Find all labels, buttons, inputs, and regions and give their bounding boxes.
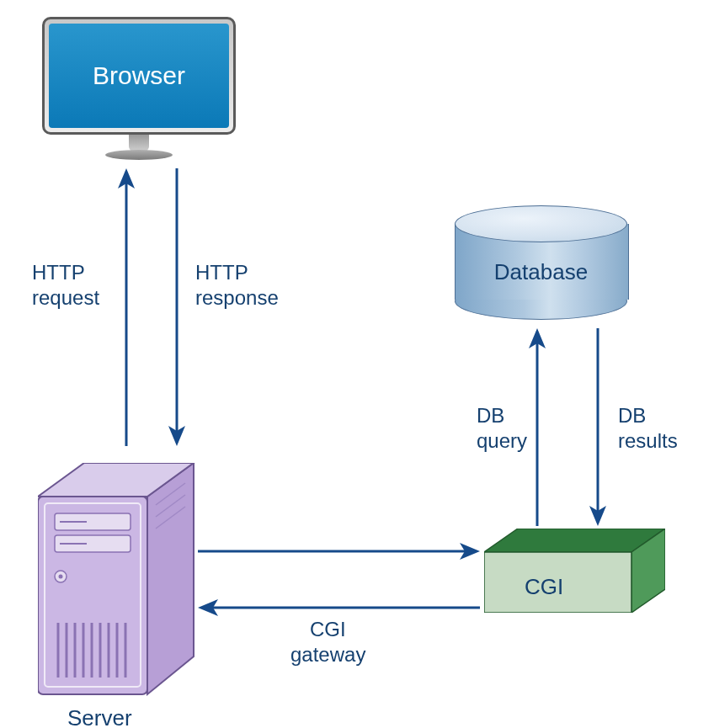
arrow-http-response bbox=[160, 168, 194, 446]
arrow-http-request bbox=[109, 168, 143, 446]
server-label: Server bbox=[67, 705, 132, 728]
cgi-3d-box-icon bbox=[484, 529, 665, 613]
svg-point-24 bbox=[59, 575, 63, 579]
monitor-stand bbox=[129, 135, 149, 151]
database-label: Database bbox=[455, 259, 627, 285]
label-http-request-2: request bbox=[32, 286, 99, 311]
database-top bbox=[455, 205, 627, 242]
label-http-response-1: HTTP bbox=[195, 261, 248, 285]
arrow-db-results bbox=[581, 328, 615, 526]
monitor-screen: Browser bbox=[49, 24, 229, 128]
database-node: Database bbox=[455, 205, 627, 319]
monitor-base bbox=[105, 150, 173, 160]
label-cgi-gateway-2: gateway bbox=[290, 643, 365, 667]
cgi-label: CGI bbox=[525, 574, 563, 600]
arrow-cgi-to-server bbox=[198, 595, 480, 620]
arrow-db-query bbox=[520, 328, 554, 526]
label-cgi-gateway-1: CGI bbox=[310, 618, 346, 642]
label-db-query-2: query bbox=[477, 429, 527, 454]
label-db-query-1: DB bbox=[477, 404, 504, 428]
svg-marker-15 bbox=[147, 463, 194, 694]
label-http-response-2: response bbox=[195, 286, 279, 311]
arrow-server-to-cgi bbox=[198, 539, 480, 564]
browser-node: Browser bbox=[42, 17, 236, 160]
label-db-results-2: results bbox=[618, 429, 678, 454]
browser-label: Browser bbox=[93, 61, 185, 90]
label-http-request-1: HTTP bbox=[32, 261, 85, 285]
label-db-results-1: DB bbox=[618, 404, 646, 428]
monitor-frame: Browser bbox=[42, 17, 236, 135]
server-node bbox=[38, 463, 189, 699]
server-tower-icon bbox=[38, 463, 198, 703]
cgi-node: CGI bbox=[484, 529, 665, 613]
